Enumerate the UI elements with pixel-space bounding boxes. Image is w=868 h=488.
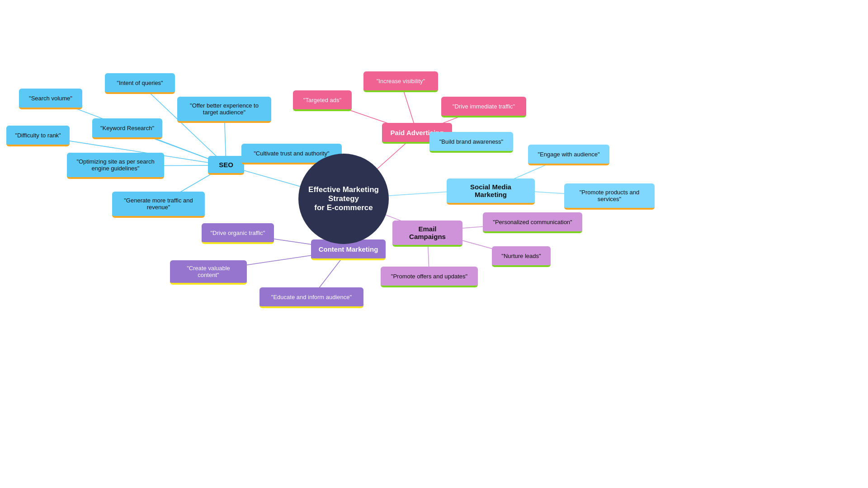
bba-node: "Build brand awareness" xyxy=(429,132,513,153)
iv-node: "Increase visibility" xyxy=(363,71,438,92)
social-media-marketing-node: Social Media Marketing xyxy=(447,178,535,205)
os-node: "Optimizing site as per searchengine gui… xyxy=(67,153,164,179)
iq-node: "Intent of queries" xyxy=(105,73,175,94)
ewa-node: "Engage with audience" xyxy=(528,145,609,165)
dr-node: "Difficulty to rank" xyxy=(6,126,70,146)
sq-node: "Search volume" xyxy=(19,89,82,109)
eia-node: "Educate and inform audience" xyxy=(259,287,363,308)
obe-node: "Offer better experience totarget audien… xyxy=(177,97,271,123)
cvc-node: "Create valuable content" xyxy=(170,260,247,285)
center-node: Effective Marketing Strategyfor E-commer… xyxy=(298,154,389,244)
seo-node: SEO xyxy=(208,156,244,175)
dot-node: "Drive organic traffic" xyxy=(202,223,274,244)
email-campaigns-node: Email Campaigns xyxy=(392,221,462,247)
gt-node: "Generate more traffic andrevenue" xyxy=(112,192,205,218)
ta-node: "Targeted ads" xyxy=(293,90,352,111)
center-label: Effective Marketing Strategyfor E-commer… xyxy=(306,185,382,212)
dit-node: "Drive immediate traffic" xyxy=(441,97,526,117)
pou-node: "Promote offers and updates" xyxy=(381,267,478,287)
kw-node: "Keyword Research" xyxy=(92,118,162,139)
pps-node: "Promote products andservices" xyxy=(564,183,655,210)
nl-node: "Nurture leads" xyxy=(492,246,551,267)
pc-node: "Personalized communication" xyxy=(483,212,582,233)
